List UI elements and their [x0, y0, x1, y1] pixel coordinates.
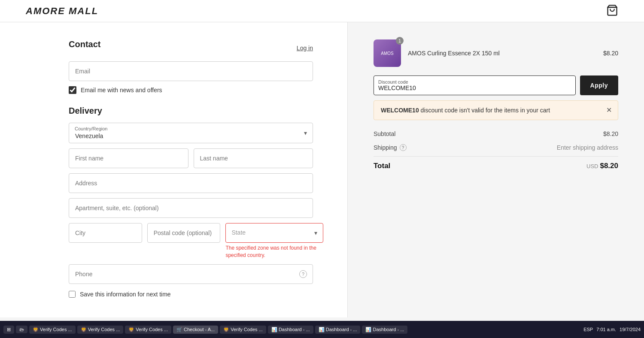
order-item: AMOS 1 AMOS Curling Essence 2X 150 ml $8…	[374, 39, 618, 67]
error-message: discount code isn't valid for the items …	[419, 107, 550, 114]
country-floating-wrapper: Country/Region Venezuela ▾	[69, 123, 313, 143]
product-image-wrapper: AMOS 1	[374, 39, 401, 67]
state-select[interactable]	[225, 223, 323, 243]
discount-input-wrapper: Discount code	[374, 75, 576, 95]
address-field[interactable]	[69, 173, 313, 193]
subtotal-value: $8.20	[603, 130, 618, 137]
country-select-wrapper: Country/Region Venezuela ▾	[69, 123, 313, 143]
contact-title: Contact	[69, 39, 100, 49]
total-value: $8.20	[600, 162, 618, 170]
login-link[interactable]: Log in	[297, 45, 313, 51]
save-checkbox[interactable]	[69, 291, 76, 298]
error-close-button[interactable]: ✕	[606, 106, 612, 114]
news-checkbox-row: Email me with news and offers	[69, 86, 313, 94]
state-error-text: The specified zone was not found in the …	[225, 244, 323, 259]
country-label: Country/Region	[75, 126, 107, 131]
subtotal-label: Subtotal	[374, 130, 395, 137]
main-content: Contact Log in Email me with news and of…	[0, 22, 644, 317]
phone-wrapper: ?	[69, 264, 313, 284]
state-select-wrapper: State ▾	[225, 223, 323, 243]
total-value-group: USD$8.20	[586, 162, 618, 170]
logo: AMORE MALL	[26, 6, 98, 17]
usd-label: USD	[586, 163, 598, 169]
error-code: WELCOME10	[381, 107, 419, 114]
header: AMORE MALL	[0, 0, 644, 22]
save-row: Save this information for next time	[69, 291, 313, 298]
delivery-title: Delivery	[69, 106, 313, 116]
city-postal-state-row: State ▾ The specified zone was not found…	[69, 223, 313, 259]
total-label: Total	[374, 162, 390, 170]
cart-badge: 1	[396, 37, 404, 45]
address-wrapper	[69, 173, 313, 193]
phone-help-icon[interactable]: ?	[299, 270, 307, 278]
shipping-row: Shipping ? Enter shipping address	[374, 141, 618, 154]
right-panel: AMOS 1 AMOS Curling Essence 2X 150 ml $8…	[348, 22, 644, 317]
discount-row: Discount code Apply	[374, 75, 618, 95]
subtotal-row: Subtotal $8.20	[374, 127, 618, 141]
delivery-section: Delivery Country/Region Venezuela ▾	[69, 106, 313, 298]
product-name: AMOS Curling Essence 2X 150 ml	[408, 50, 596, 57]
postal-field[interactable]	[147, 223, 221, 243]
cart-button[interactable]	[606, 4, 618, 18]
save-label: Save this information for next time	[80, 291, 171, 298]
apply-button[interactable]: Apply	[580, 75, 618, 95]
apartment-wrapper	[69, 198, 313, 218]
phone-field[interactable]	[69, 264, 313, 284]
email-field[interactable]	[69, 61, 313, 81]
shipping-label: Shipping	[374, 144, 397, 151]
left-panel: Contact Log in Email me with news and of…	[0, 22, 348, 317]
discount-error-banner: WELCOME10 discount code isn't valid for …	[374, 100, 618, 120]
product-price: $8.20	[603, 50, 618, 57]
total-row: Total USD$8.20	[374, 158, 618, 174]
contact-section-header: Contact Log in	[69, 39, 313, 56]
name-row	[69, 148, 313, 168]
news-checkbox[interactable]	[69, 86, 76, 94]
city-wrapper	[69, 223, 142, 259]
apartment-field[interactable]	[69, 198, 313, 218]
shipping-value: Enter shipping address	[557, 144, 618, 151]
product-img-label: AMOS	[381, 51, 393, 56]
first-name-field[interactable]	[69, 148, 188, 168]
last-name-field[interactable]	[194, 148, 313, 168]
discount-label: Discount code	[378, 77, 571, 84]
discount-field[interactable]	[378, 84, 571, 94]
state-wrapper: State ▾ The specified zone was not found…	[225, 223, 323, 259]
shipping-help-icon[interactable]: ?	[400, 144, 407, 151]
news-checkbox-label: Email me with news and offers	[81, 87, 162, 94]
total-divider	[374, 156, 618, 157]
postal-wrapper	[147, 223, 221, 259]
city-field[interactable]	[69, 223, 142, 243]
shipping-label-group: Shipping ?	[374, 144, 407, 151]
